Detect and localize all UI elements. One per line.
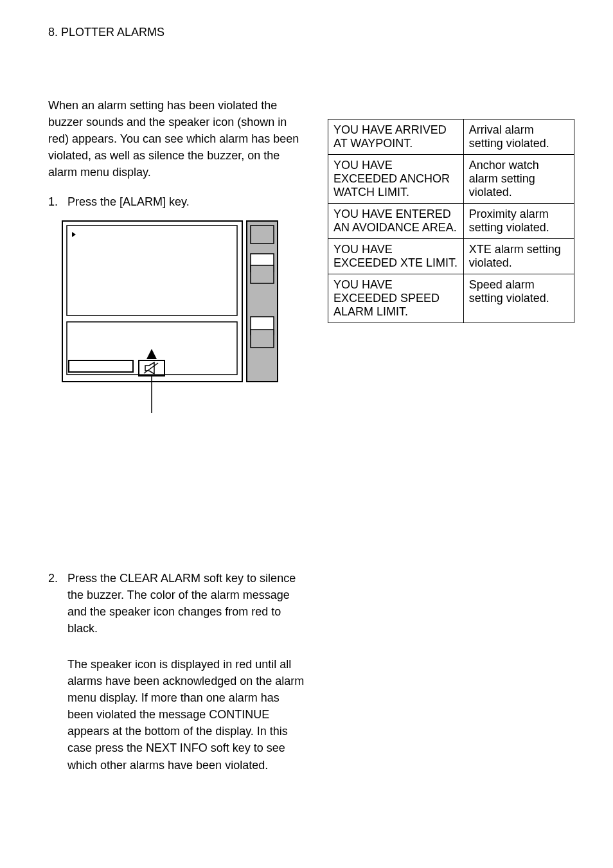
table-cell-message: YOU HAVE EXCEEDED ANCHOR WATCH LIMIT. [328,155,464,204]
table-cell-message: YOU HAVE ARRIVED AT WAYPOINT. [328,120,464,155]
svg-marker-2 [72,232,76,237]
table-row: YOU HAVE EXCEEDED ANCHOR WATCH LIMIT. An… [328,155,574,204]
svg-rect-7 [251,265,274,283]
left-column: When an alarm setting has been violated … [48,97,305,774]
svg-rect-1 [67,226,237,315]
table-cell-meaning: Anchor watch alarm setting violated. [463,155,574,204]
page: 8. PLOTTER ALARMS When an alarm setting … [0,0,613,868]
step-1-text: Press the [ALARM] key. [67,195,190,208]
table-row: YOU HAVE ARRIVED AT WAYPOINT. Arrival al… [328,120,574,155]
speaker-icon [139,360,164,376]
table-cell-message: YOU HAVE EXCEEDED SPEED ALARM LIMIT. [328,274,464,323]
svg-rect-10 [69,360,133,372]
columns: When an alarm setting has been violated … [48,97,574,774]
svg-rect-3 [67,322,237,375]
step-1: 1.Press the [ALARM] key. [48,193,305,210]
intro-paragraph: When an alarm setting has been violated … [48,97,305,181]
table-header-message [328,102,464,120]
svg-marker-13 [145,362,154,374]
table-row: YOU HAVE EXCEEDED SPEED ALARM LIMIT. Spe… [328,274,574,323]
note-paragraph: The speaker icon is displayed in red unt… [67,656,305,774]
step-2-text: Press the CLEAR ALARM soft key to silenc… [67,572,296,635]
table-header-meaning [463,102,574,120]
table-cell-meaning: Speed alarm setting violated. [463,274,574,323]
table-row: YOU HAVE ENTERED AN AVOIDANCE AREA. Prox… [328,204,574,239]
svg-rect-5 [251,226,274,244]
table-cell-meaning: Proximity alarm setting violated. [463,204,574,239]
svg-marker-11 [147,349,157,359]
svg-rect-9 [251,330,274,348]
table-cell-message: YOU HAVE EXCEEDED XTE LIMIT. [328,239,464,274]
svg-rect-4 [247,221,278,382]
step-1-number: 1. [48,193,67,210]
alarm-menu-diagram [62,220,280,422]
alarm-messages-table: YOU HAVE ARRIVED AT WAYPOINT. Arrival al… [328,102,574,323]
page-header: 8. PLOTTER ALARMS [48,26,574,39]
table-cell-meaning: XTE alarm setting violated. [463,239,574,274]
step-2-number: 2. [48,570,67,587]
table-cell-meaning: Arrival alarm setting violated. [463,120,574,155]
table-row: YOU HAVE EXCEEDED XTE LIMIT. XTE alarm s… [328,239,574,274]
step-2: 2.Press the CLEAR ALARM soft key to sile… [48,570,305,637]
table-cell-message: YOU HAVE ENTERED AN AVOIDANCE AREA. [328,204,464,239]
right-column: YOU HAVE ARRIVED AT WAYPOINT. Arrival al… [328,97,574,774]
